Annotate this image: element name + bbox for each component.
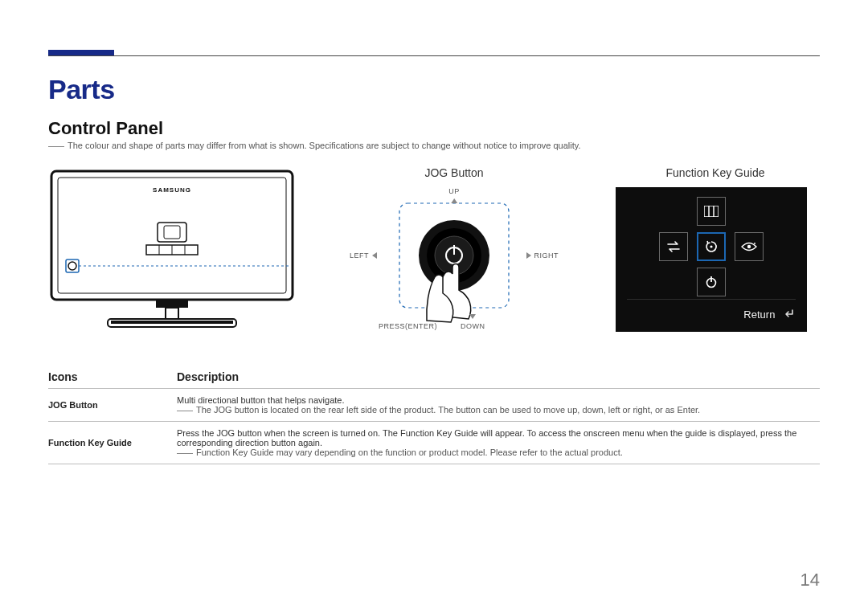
- page-number: 14: [800, 570, 820, 591]
- top-rule: [48, 50, 820, 56]
- osd-panel: Return: [616, 187, 807, 332]
- osd-eye-button[interactable]: [735, 232, 764, 261]
- return-icon: [783, 309, 794, 321]
- table-row: JOG Button Multi directional button that…: [48, 389, 820, 422]
- svg-point-25: [747, 245, 751, 248]
- description-table: Icons Description JOG Button Multi direc…: [48, 366, 820, 464]
- fkg-heading: Function Key Guide: [611, 166, 820, 179]
- jog-heading: JOG Button: [305, 166, 603, 179]
- table-row: Function Key Guide Press the JOG button …: [48, 422, 820, 464]
- table-header-row: Icons Description: [48, 366, 820, 389]
- jog-press-label: PRESS(ENTER): [379, 322, 437, 330]
- arrow-left-icon: [372, 252, 377, 259]
- jog-callout-up: UP: [448, 187, 460, 203]
- row-jog-line1: Multi directional button that helps navi…: [177, 395, 813, 405]
- osd-power-button[interactable]: [697, 268, 726, 296]
- manual-page: Parts Control Panel The colour and shape…: [0, 0, 868, 613]
- loop-icon: [666, 241, 681, 252]
- note-dash-icon: [177, 453, 193, 454]
- power-icon: [705, 276, 718, 288]
- jog-callout-left: LEFT: [350, 251, 377, 260]
- menu-icon: [704, 206, 719, 217]
- row-desc-jog: Multi directional button that helps navi…: [177, 389, 820, 422]
- row-fkg-line1: Press the JOG button when the screen is …: [177, 428, 813, 447]
- arrow-down-icon: [469, 314, 476, 319]
- svg-rect-11: [156, 300, 188, 308]
- svg-rect-14: [111, 321, 233, 324]
- disclaimer-note: The colour and shape of parts may differ…: [48, 141, 820, 150]
- svg-rect-21: [704, 206, 719, 217]
- row-jog-note: The JOG button is located on the rear le…: [177, 405, 813, 415]
- figure-row: SAMSUNG J: [48, 165, 820, 348]
- eye-icon: [741, 241, 757, 252]
- note-dash-icon: [177, 411, 193, 411]
- enter-icon: [704, 239, 719, 254]
- section-title: Parts: [48, 74, 820, 105]
- jog-callout-press: PRESS(ENTER): [379, 322, 437, 330]
- osd-divider: [627, 299, 796, 300]
- svg-point-26: [754, 243, 755, 244]
- arrow-up-icon: [451, 198, 457, 203]
- disclaimer-text: The colour and shape of parts may differ…: [68, 141, 581, 150]
- monitor-back-svg: SAMSUNG: [48, 165, 297, 333]
- row-fkg-note-text: Function Key Guide may vary depending on…: [196, 447, 623, 457]
- svg-rect-1: [58, 178, 286, 293]
- osd-cross-layout: [651, 197, 772, 301]
- osd-source-button[interactable]: [659, 232, 688, 261]
- note-dash-icon: [48, 146, 64, 147]
- row-jog-note-text: The JOG button is located on the rear le…: [196, 405, 700, 415]
- svg-rect-12: [166, 308, 178, 319]
- chapter-mark: [48, 50, 114, 55]
- jog-left-label: LEFT: [350, 251, 369, 260]
- jog-stage: UP LEFT RIGHT DOWN PRESS(ENTER): [350, 187, 559, 348]
- osd-return-label: Return: [743, 309, 775, 321]
- osd-return[interactable]: Return: [743, 309, 794, 321]
- osd-enter-button[interactable]: [697, 232, 726, 261]
- row-desc-fkg: Press the JOG button when the screen is …: [177, 422, 820, 464]
- jog-button-detail: JOG Button UP: [305, 165, 603, 348]
- arrow-right-icon: [526, 252, 531, 259]
- jog-callout-right: RIGHT: [526, 251, 559, 260]
- jog-down-label: DOWN: [461, 322, 485, 330]
- jog-up-label: UP: [448, 187, 460, 195]
- col-description: Description: [177, 366, 820, 389]
- row-name-jog: JOG Button: [48, 389, 177, 422]
- jog-right-label: RIGHT: [534, 251, 559, 260]
- row-fkg-note: Function Key Guide may vary depending on…: [177, 447, 813, 457]
- svg-point-9: [68, 262, 76, 270]
- svg-rect-3: [164, 226, 180, 239]
- function-key-guide-column: Function Key Guide: [611, 165, 820, 332]
- col-icons: Icons: [48, 366, 177, 389]
- jog-callout-down: DOWN: [461, 314, 485, 330]
- brand-text: SAMSUNG: [153, 186, 191, 194]
- svg-point-24: [710, 245, 712, 247]
- row-name-fkg: Function Key Guide: [48, 422, 177, 464]
- monitor-illustration: SAMSUNG: [48, 165, 297, 333]
- sub-title: Control Panel: [48, 118, 820, 139]
- osd-menu-button[interactable]: [697, 197, 726, 226]
- jog-callout-svg: [350, 187, 559, 340]
